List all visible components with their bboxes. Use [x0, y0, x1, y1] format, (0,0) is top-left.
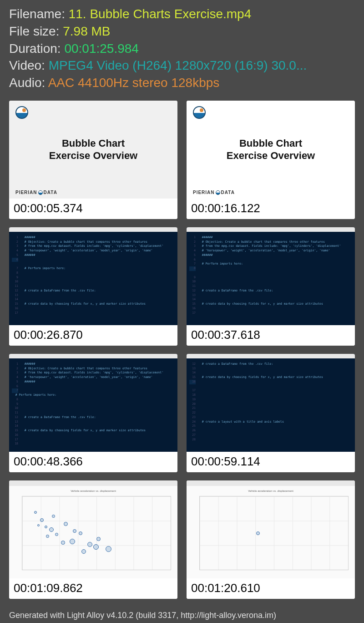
duration-value: 00:01:25.984 [64, 41, 139, 56]
filesize-value: 7.98 MB [63, 24, 110, 38]
timestamp: 00:00:16.122 [187, 199, 355, 219]
filesize-label: File size: [9, 24, 63, 38]
video-value: MPEG4 Video (H264) 1280x720 (16:9) 30.0.… [49, 58, 307, 72]
filename-label: Filename: [9, 7, 69, 21]
code-thumbnail: 1 ###### 2 # Objective: Create a bubble … [9, 227, 177, 325]
thumbnail-card[interactable]: Bubble Chart Exercise Overview PIERIANDA… [187, 101, 355, 219]
file-metadata: Filename: 11. Bubble Charts Exercise.mp4… [9, 5, 355, 92]
audio-value: AAC 44100Hz stereo 128kbps [48, 76, 220, 90]
timestamp: 00:01:20.610 [187, 578, 355, 599]
slide-footer: PIERIANDATA [15, 190, 57, 195]
thumbnail-card[interactable]: Bubble Chart Exercise Overview PIERIANDA… [9, 101, 177, 219]
code-block: 12 # create a DataFrame from the .csv fi… [189, 362, 352, 442]
thumbnail-card[interactable]: 12 # create a DataFrame from the .csv fi… [187, 354, 355, 472]
wave-logo-icon [15, 106, 28, 119]
meta-filename: Filename: 11. Bubble Charts Exercise.mp4 [9, 5, 355, 23]
thumbnail-card[interactable]: Vehicle acceleration vs. displacement 00… [187, 480, 355, 599]
timestamp: 00:01:09.862 [9, 578, 177, 599]
meta-audio: Audio: AAC 44100Hz stereo 128kbps [9, 74, 355, 92]
slide-title: Bubble Chart Exercise Overview [49, 137, 137, 162]
plot-title: Vehicle acceleration vs. displacement [9, 490, 177, 492]
code-thumbnail: 1 ###### 2 # Objective: Create a bubble … [9, 354, 177, 452]
thumbnail-card[interactable]: 1 ###### 2 # Objective: Create a bubble … [9, 354, 177, 472]
thumbnail-card[interactable]: 1 ###### 2 # Objective: Create a bubble … [187, 227, 355, 346]
slide-title-line: Bubble Chart [62, 138, 125, 149]
footer-text: DATA [44, 190, 57, 195]
meta-video: Video: MPEG4 Video (H264) 1280x720 (16:9… [9, 57, 355, 74]
timestamp: 00:00:48.366 [9, 452, 177, 472]
plot-area [199, 496, 349, 570]
code-block: 1 ###### 2 # Objective: Create a bubble … [12, 235, 175, 316]
timestamp: 00:00:26.870 [9, 325, 177, 346]
footer-text: PIERIAN [193, 190, 215, 195]
meta-duration: Duration: 00:01:25.984 [9, 40, 355, 57]
code-block: 1 ###### 2 # Objective: Create a bubble … [189, 235, 352, 316]
thumbnail-card[interactable]: Vehicle acceleration vs. displacement [9, 480, 177, 599]
timestamp: 00:00:05.374 [9, 199, 177, 219]
plot-area [22, 496, 171, 570]
timestamp: 00:00:59.114 [187, 452, 355, 472]
thumbnail-grid: Bubble Chart Exercise Overview PIERIANDA… [9, 101, 355, 599]
slide-title-line: Exercise Overview [49, 150, 137, 161]
slide-thumbnail: Bubble Chart Exercise Overview PIERIANDA… [9, 101, 177, 199]
footer-text: DATA [221, 190, 235, 195]
thumbnail-card[interactable]: 1 ###### 2 # Objective: Create a bubble … [9, 227, 177, 346]
filename-value: 11. Bubble Charts Exercise.mp4 [69, 7, 252, 21]
info-panel: Filename: 11. Bubble Charts Exercise.mp4… [0, 0, 364, 604]
generator-footer: Generated with Light Alloy v4.10.2 (buil… [9, 611, 276, 620]
chart-thumbnail: Vehicle acceleration vs. displacement [9, 480, 177, 578]
meta-filesize: File size: 7.98 MB [9, 23, 355, 40]
timestamp: 00:00:37.618 [187, 325, 355, 346]
duration-label: Duration: [9, 41, 64, 56]
footer-text: PIERIAN [15, 190, 37, 195]
wave-logo-icon [193, 106, 206, 119]
video-label: Video: [9, 58, 49, 72]
code-thumbnail: 1 ###### 2 # Objective: Create a bubble … [187, 227, 355, 325]
footer-logo-icon [38, 190, 43, 195]
plot-title: Vehicle acceleration vs. displacement [187, 490, 355, 492]
slide-title: Bubble Chart Exercise Overview [227, 137, 315, 162]
code-thumbnail: 12 # create a DataFrame from the .csv fi… [187, 354, 355, 452]
slide-footer: PIERIANDATA [193, 190, 235, 195]
code-block: 1 ###### 2 # Objective: Create a bubble … [12, 362, 175, 446]
slide-title-line: Exercise Overview [227, 150, 315, 161]
slide-title-line: Bubble Chart [239, 138, 302, 149]
footer-logo-icon [216, 190, 220, 195]
audio-label: Audio: [9, 76, 48, 90]
chart-thumbnail: Vehicle acceleration vs. displacement [187, 480, 355, 578]
slide-thumbnail: Bubble Chart Exercise Overview PIERIANDA… [187, 101, 355, 199]
